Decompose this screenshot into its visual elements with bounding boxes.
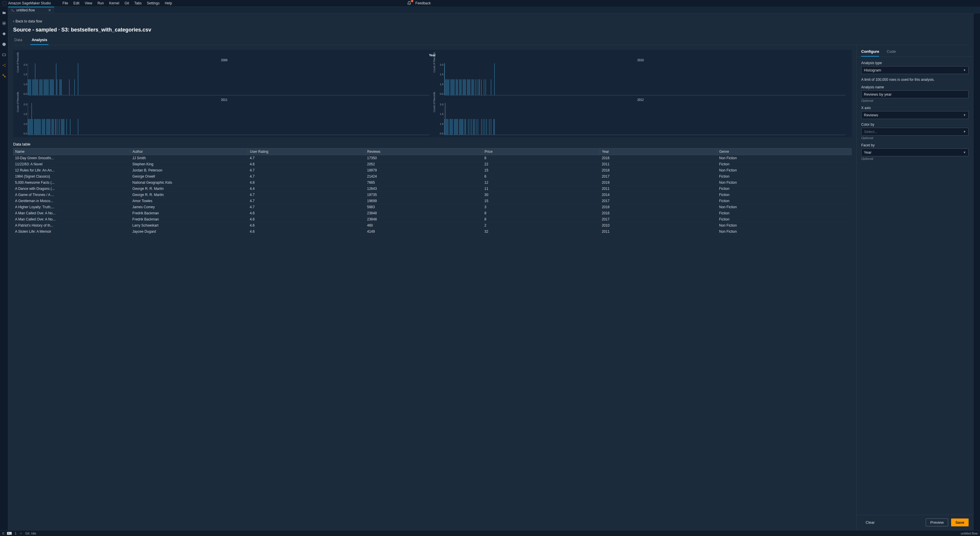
column-header[interactable]: Author: [131, 148, 248, 155]
table-row[interactable]: 11/22/63: A NovelStephen King4.620522220…: [13, 161, 433, 167]
menu-edit[interactable]: Edit: [73, 1, 80, 5]
table-row[interactable]: A Higher Loyalty: Truth,...James Comey4.…: [13, 204, 433, 210]
left-activity-bar: [0, 7, 8, 237]
menu-tabs[interactable]: Tabs: [134, 1, 142, 5]
svg-point-7: [3, 75, 4, 76]
svg-point-5: [5, 64, 5, 65]
flow-header: ‹ Back to data flow Source - sampled · S…: [8, 14, 433, 45]
notifications-icon[interactable]: 4: [407, 1, 411, 5]
chart-facet: 20092.01.51.00.0Count of Records: [19, 59, 430, 95]
tab-untitled-flow[interactable]: untitled.flow ✕: [8, 7, 54, 13]
components-icon[interactable]: [2, 63, 6, 67]
svg-rect-3: [2, 54, 6, 56]
table-row[interactable]: A Stolen Life: A MemoirJaycee Dugard4.64…: [13, 228, 433, 235]
data-table: NameAuthorUser RatingReviewsPriceYearGen…: [13, 148, 433, 235]
table-row[interactable]: 10-Day Green Smoothi...JJ Smith4.7173508…: [13, 155, 433, 161]
svg-point-8: [5, 76, 6, 77]
main-content: ‹ Back to data flow Source - sampled · S…: [8, 13, 433, 237]
aws-logo-icon: [2, 1, 6, 5]
facet-label: 2011: [221, 98, 228, 101]
menu-view[interactable]: View: [84, 1, 92, 5]
feedback-link[interactable]: Feedback: [415, 1, 431, 5]
analysis-left-pane: Year 20092.01.51.00.0Count of Records201…: [8, 45, 433, 237]
table-row[interactable]: A Game of Thrones / A ...George R. R. Ma…: [13, 192, 433, 198]
table-row[interactable]: A Man Called Ove: A No...Fredrik Backman…: [13, 210, 433, 216]
facet-plot: [28, 103, 430, 135]
table-row[interactable]: 1984 (Signet Classics)George Orwell4.721…: [13, 173, 433, 180]
top-menu: File Edit View Run Kernel Git Tabs Setti…: [62, 1, 172, 5]
column-header[interactable]: Reviews: [365, 148, 433, 155]
table-row[interactable]: A Man Called Ove: A No...Fredrik Backman…: [13, 216, 433, 222]
flow-file-icon: [11, 8, 14, 12]
table-row[interactable]: A Dance with Dragons (...George R. R. Ma…: [13, 186, 433, 192]
chevron-left-icon: ‹: [13, 19, 14, 23]
menu-git[interactable]: Git: [125, 1, 129, 5]
table-row[interactable]: A Patriot's History of th...Larry Schwei…: [13, 222, 433, 228]
notifications-badge: 4: [410, 0, 414, 2]
document-tabbar: untitled.flow ✕: [8, 7, 433, 13]
palette-icon[interactable]: [2, 42, 6, 46]
table-row[interactable]: 5,000 Awesome Facts (...National Geograp…: [13, 180, 433, 186]
data-table-scroll[interactable]: NameAuthorUser RatingReviewsPriceYearGen…: [13, 148, 433, 237]
source-title: Source - sampled · S3: bestsellers_with_…: [13, 27, 433, 33]
chart-title: Year: [19, 53, 433, 57]
data-table-section: Data table NameAuthorUser RatingReviewsP…: [13, 142, 433, 237]
facet-label: 2009: [221, 59, 228, 62]
top-menubar: Amazon SageMaker Studio File Edit View R…: [0, 0, 433, 7]
app-title: Amazon SageMaker Studio: [8, 1, 51, 5]
y-ticks: 2.01.51.00.0: [21, 63, 27, 95]
menu-kernel[interactable]: Kernel: [109, 1, 119, 5]
experiments-icon[interactable]: [2, 74, 6, 78]
svg-point-2: [2, 43, 6, 46]
back-label: Back to data flow: [16, 19, 42, 23]
column-header[interactable]: User Rating: [248, 148, 365, 155]
y-axis-label: Count of Records: [16, 92, 19, 112]
close-icon[interactable]: ✕: [48, 8, 51, 12]
y-axis-label: Count of Records: [433, 52, 433, 73]
menu-help[interactable]: Help: [165, 1, 172, 5]
folder-icon[interactable]: [2, 11, 6, 15]
svg-point-6: [5, 66, 5, 67]
facet-plot: [28, 63, 430, 95]
svg-point-4: [3, 65, 3, 66]
git-icon[interactable]: [2, 32, 6, 36]
table-row[interactable]: 12 Rules for Life: An An...Jordan B. Pet…: [13, 167, 433, 173]
y-ticks: 2.01.51.00.0: [21, 103, 27, 135]
back-to-flow-link[interactable]: ‹ Back to data flow: [13, 19, 42, 23]
tab-icon[interactable]: [2, 53, 6, 57]
tab-label: untitled.flow: [16, 8, 35, 12]
chart-facet: 20112.01.51.00.0Count of Records: [19, 99, 430, 135]
y-axis-label: Count of Records: [433, 92, 433, 112]
menu-settings[interactable]: Settings: [147, 1, 159, 5]
tab-data[interactable]: Data: [13, 38, 23, 45]
y-axis-label: Count of Records: [16, 52, 19, 73]
column-header[interactable]: Name: [13, 148, 131, 155]
histogram-chart: Year 20092.01.51.00.0Count of Records201…: [13, 50, 433, 137]
svg-rect-1: [3, 23, 5, 24]
tab-analysis[interactable]: Analysis: [30, 38, 48, 45]
menu-run[interactable]: Run: [97, 1, 104, 5]
table-title: Data table: [13, 142, 433, 146]
running-icon[interactable]: [2, 21, 6, 25]
table-row[interactable]: A Gentleman in Mosco...Amor Towles4.7196…: [13, 198, 433, 204]
menu-file[interactable]: File: [62, 1, 68, 5]
